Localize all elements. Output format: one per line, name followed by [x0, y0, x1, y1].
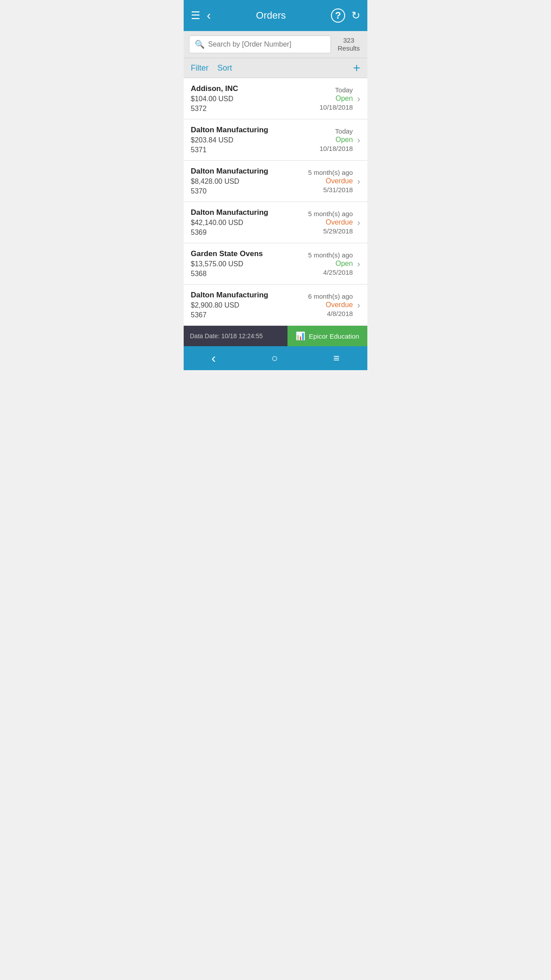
order-status-3: Overdue — [326, 218, 353, 226]
nav-menu-icon[interactable]: ≡ — [333, 352, 339, 364]
order-amount-1: $203.84 USD — [191, 136, 268, 144]
footer-bar: Data Date: 10/18 12:24:55 📊 Epicor Educa… — [184, 326, 367, 346]
order-company-2: Dalton Manufacturing — [191, 167, 268, 176]
back-icon[interactable]: ‹ — [207, 8, 211, 23]
order-left-5: Dalton Manufacturing $2,900.80 USD 5367 — [191, 291, 268, 319]
order-left-3: Dalton Manufacturing $42,140.00 USD 5369 — [191, 208, 268, 237]
order-item[interactable]: Addison, INC $104.00 USD 5372 Today Open… — [184, 78, 367, 119]
order-amount-0: $104.00 USD — [191, 95, 238, 103]
order-number-4: 5368 — [191, 270, 263, 278]
order-time-3: 5 month(s) ago — [308, 210, 353, 217]
sort-button[interactable]: Sort — [217, 63, 232, 73]
filter-button[interactable]: Filter — [191, 63, 209, 73]
footer-epicor[interactable]: 📊 Epicor Education — [287, 326, 367, 346]
refresh-icon[interactable]: ↻ — [351, 9, 360, 22]
nav-back-icon[interactable]: ‹ — [212, 351, 216, 366]
search-input-wrapper: 🔍 — [189, 36, 331, 53]
order-right-info-2: 5 month(s) ago Overdue 5/31/2018 — [308, 169, 353, 194]
order-time-1: Today — [335, 127, 353, 135]
order-left-0: Addison, INC $104.00 USD 5372 — [191, 84, 238, 113]
add-button[interactable]: + — [353, 62, 360, 74]
header: ☰ ‹ Orders ? ↻ — [184, 0, 367, 31]
nav-home-icon[interactable]: ○ — [272, 352, 278, 364]
results-count: 323 Results — [335, 36, 362, 52]
order-date-5: 4/8/2018 — [327, 310, 353, 317]
order-right-info-1: Today Open 10/18/2018 — [319, 127, 353, 152]
search-bar: 🔍 323 Results — [184, 31, 367, 58]
order-date-1: 10/18/2018 — [319, 145, 353, 152]
order-amount-5: $2,900.80 USD — [191, 301, 268, 309]
order-number-3: 5369 — [191, 229, 268, 237]
menu-icon[interactable]: ☰ — [191, 9, 201, 22]
order-time-0: Today — [335, 86, 353, 94]
orders-list: Addison, INC $104.00 USD 5372 Today Open… — [184, 78, 367, 326]
order-right-info-5: 6 month(s) ago Overdue 4/8/2018 — [308, 292, 353, 317]
epicor-icon: 📊 — [295, 331, 305, 341]
order-status-1: Open — [335, 136, 353, 144]
chevron-right-icon-5: › — [357, 300, 360, 310]
order-amount-2: $8,428.00 USD — [191, 178, 268, 186]
order-item[interactable]: Garden State Ovens $13,575.00 USD 5368 5… — [184, 243, 367, 285]
order-left-4: Garden State Ovens $13,575.00 USD 5368 — [191, 249, 263, 278]
order-company-1: Dalton Manufacturing — [191, 126, 268, 134]
chevron-right-icon-4: › — [357, 259, 360, 269]
chevron-right-icon-1: › — [357, 135, 360, 145]
order-date-4: 4/25/2018 — [323, 269, 353, 276]
order-item[interactable]: Dalton Manufacturing $8,428.00 USD 5370 … — [184, 161, 367, 202]
order-right-info-4: 5 month(s) ago Open 4/25/2018 — [308, 251, 353, 276]
order-amount-4: $13,575.00 USD — [191, 260, 263, 268]
order-right-2: 5 month(s) ago Overdue 5/31/2018 › — [308, 169, 360, 194]
page-title: Orders — [256, 10, 286, 21]
order-date-0: 10/18/2018 — [319, 103, 353, 111]
order-time-5: 6 month(s) ago — [308, 292, 353, 300]
order-left-2: Dalton Manufacturing $8,428.00 USD 5370 — [191, 167, 268, 195]
order-item[interactable]: Dalton Manufacturing $203.84 USD 5371 To… — [184, 119, 367, 161]
header-left-icons: ☰ ‹ — [191, 8, 211, 23]
order-status-2: Overdue — [326, 177, 353, 185]
chevron-right-icon-2: › — [357, 176, 360, 186]
order-status-5: Overdue — [326, 301, 353, 309]
chevron-right-icon-0: › — [357, 94, 360, 104]
order-right-3: 5 month(s) ago Overdue 5/29/2018 › — [308, 210, 360, 235]
order-right-info-0: Today Open 10/18/2018 — [319, 86, 353, 111]
order-company-3: Dalton Manufacturing — [191, 208, 268, 217]
header-right-icons: ? ↻ — [331, 8, 360, 23]
order-date-3: 5/29/2018 — [323, 227, 353, 235]
order-item[interactable]: Dalton Manufacturing $2,900.80 USD 5367 … — [184, 285, 367, 326]
results-number: 323 — [335, 36, 362, 44]
order-amount-3: $42,140.00 USD — [191, 219, 268, 227]
help-icon[interactable]: ? — [331, 8, 345, 23]
order-number-1: 5371 — [191, 146, 268, 154]
order-left-1: Dalton Manufacturing $203.84 USD 5371 — [191, 126, 268, 154]
order-right-5: 6 month(s) ago Overdue 4/8/2018 › — [308, 292, 360, 317]
footer-date: Data Date: 10/18 12:24:55 — [184, 326, 287, 346]
order-number-2: 5370 — [191, 187, 268, 195]
order-number-0: 5372 — [191, 105, 238, 113]
order-time-2: 5 month(s) ago — [308, 169, 353, 176]
order-time-4: 5 month(s) ago — [308, 251, 353, 259]
search-input[interactable] — [208, 40, 325, 48]
order-item[interactable]: Dalton Manufacturing $42,140.00 USD 5369… — [184, 202, 367, 243]
search-icon: 🔍 — [195, 40, 205, 49]
order-date-2: 5/31/2018 — [323, 186, 353, 194]
order-right-info-3: 5 month(s) ago Overdue 5/29/2018 — [308, 210, 353, 235]
order-right-4: 5 month(s) ago Open 4/25/2018 › — [308, 251, 360, 276]
order-right-1: Today Open 10/18/2018 › — [319, 127, 360, 152]
order-company-4: Garden State Ovens — [191, 249, 263, 258]
chevron-right-icon-3: › — [357, 217, 360, 228]
order-right-0: Today Open 10/18/2018 › — [319, 86, 360, 111]
toolbar: Filter Sort + — [184, 58, 367, 78]
results-label: Results — [335, 44, 362, 52]
order-number-5: 5367 — [191, 311, 268, 319]
bottom-nav: ‹ ○ ≡ — [184, 346, 367, 370]
order-company-0: Addison, INC — [191, 84, 238, 93]
order-status-0: Open — [335, 95, 353, 103]
order-status-4: Open — [335, 260, 353, 268]
order-company-5: Dalton Manufacturing — [191, 291, 268, 300]
epicor-label: Epicor Education — [309, 332, 359, 340]
